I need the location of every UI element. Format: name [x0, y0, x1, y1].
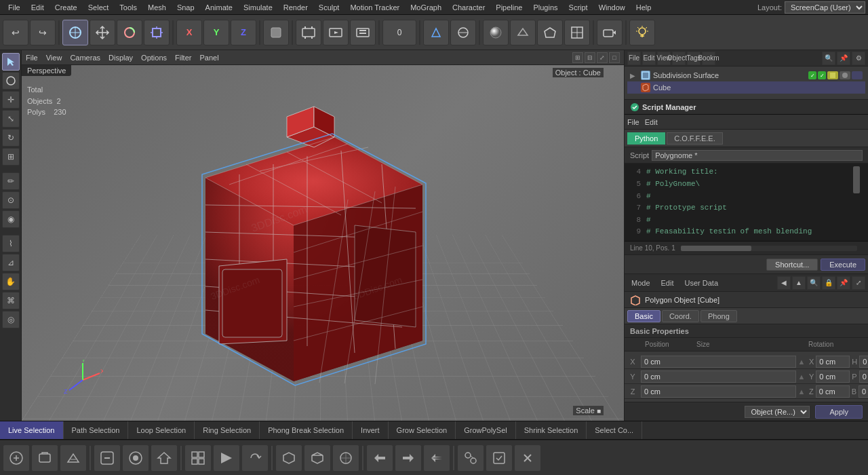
attr-nav-fwd[interactable]: ▲: [792, 276, 806, 290]
z-axis-button[interactable]: Z: [231, 20, 256, 45]
bot-btn-5[interactable]: [122, 444, 149, 472]
menu-sculpt[interactable]: Sculpt: [313, 2, 345, 13]
x-axis-button[interactable]: X: [176, 20, 202, 45]
menu-script[interactable]: Script: [564, 2, 593, 13]
attr-z-size-input[interactable]: [816, 385, 850, 398]
grab-tool[interactable]: ✋: [2, 273, 20, 290]
attr-mode-select[interactable]: Object (Re...): [745, 406, 810, 418]
viewport-3d[interactable]: Perspective Total Objects 2 Polys 230 Ob…: [22, 65, 624, 421]
attr-menu-edit[interactable]: Edit: [657, 278, 678, 288]
attr-tab-basic[interactable]: Basic: [627, 310, 660, 322]
rotate-button[interactable]: [117, 20, 142, 45]
attr-h-rot-input[interactable]: [859, 356, 868, 368]
perspective-view-btn[interactable]: [423, 20, 449, 45]
select-mode-button[interactable]: [62, 20, 88, 45]
attr-z-pos-input[interactable]: [641, 385, 796, 398]
top-view-btn[interactable]: [450, 20, 476, 45]
obj-row-subdivision[interactable]: ▶ Subdivision Surface ✓ ✓: [627, 69, 865, 81]
measure-tool[interactable]: ⊿: [2, 254, 20, 271]
viewport-menu-panel[interactable]: Panel: [199, 54, 218, 62]
tab-grow-selection[interactable]: Grow Selection: [389, 421, 456, 439]
attr-b-rot-input[interactable]: [859, 385, 868, 398]
attr-tab-phong[interactable]: Phong: [701, 310, 737, 322]
viewport-ctrl-2[interactable]: ⊟: [585, 52, 595, 63]
bot-btn-8[interactable]: [213, 444, 240, 472]
menu-snap[interactable]: Snap: [172, 2, 200, 13]
attr-search-btn[interactable]: 🔍: [807, 276, 821, 290]
bot-btn-15[interactable]: [423, 444, 450, 472]
code-scrollbar[interactable]: [853, 164, 860, 241]
select-tool[interactable]: [2, 53, 20, 71]
redo-button[interactable]: ↪: [30, 20, 56, 45]
obj-panel-edit[interactable]: Edit: [642, 52, 656, 65]
attr-menu-mode[interactable]: Mode: [627, 278, 654, 288]
magnet-tool[interactable]: ◉: [2, 210, 20, 228]
viewport-menu-cameras[interactable]: Cameras: [70, 54, 100, 62]
attr-x-pos-stepper[interactable]: ▲: [796, 358, 807, 366]
bot-btn-10[interactable]: [275, 444, 302, 472]
menu-create[interactable]: Create: [50, 2, 83, 13]
viewport-menu-display[interactable]: Display: [108, 54, 133, 62]
scrollbar-thumb[interactable]: [853, 166, 860, 193]
attr-nav-back[interactable]: ◀: [777, 276, 791, 290]
knife-tool[interactable]: ⌇: [2, 235, 20, 252]
bot-btn-7[interactable]: [184, 444, 212, 472]
bot-btn-1[interactable]: [3, 444, 30, 472]
object-mode-button[interactable]: [263, 20, 289, 45]
script-menu-file[interactable]: File: [627, 118, 639, 126]
viewport-menu-view[interactable]: View: [46, 54, 62, 62]
smooth-tool[interactable]: ⌘: [2, 292, 20, 309]
tab-path-selection[interactable]: Path Selection: [64, 421, 129, 439]
tab-loop-selection[interactable]: Loop Selection: [128, 421, 195, 439]
viewport-menu-filter[interactable]: Filter: [175, 54, 191, 62]
attr-x-pos-input[interactable]: [641, 356, 796, 368]
viewport-ctrl-4[interactable]: □: [609, 52, 620, 63]
script-menu-edit[interactable]: Edit: [645, 118, 658, 126]
viewport-ctrl-3[interactable]: ⤢: [597, 52, 608, 63]
wireframe-btn[interactable]: [510, 20, 536, 45]
obj-gear-btn[interactable]: ⚙: [852, 52, 865, 65]
obj-panel-bookmarks[interactable]: Bookm: [702, 52, 715, 65]
menu-help[interactable]: Help: [631, 2, 657, 13]
execute-button[interactable]: Execute: [821, 259, 865, 271]
bot-btn-11[interactable]: [304, 444, 331, 472]
render-icon-2[interactable]: [323, 20, 349, 45]
tab-invert[interactable]: Invert: [353, 421, 389, 439]
undo-button[interactable]: ↩: [3, 20, 28, 45]
scale-tool[interactable]: ⤡: [2, 110, 20, 128]
move-button[interactable]: [90, 20, 115, 45]
bot-btn-9[interactable]: [241, 444, 269, 472]
tab-ring-selection[interactable]: Ring Selection: [195, 421, 260, 439]
attr-z-pos-stepper[interactable]: ▲: [796, 387, 807, 396]
polygon-btn[interactable]: [537, 20, 563, 45]
attr-y-pos-input[interactable]: [641, 370, 796, 383]
transform-tool[interactable]: ⊞: [2, 148, 20, 166]
lang-tab-coffee[interactable]: C.O.F.F.E.E.: [667, 132, 723, 145]
bot-btn-13[interactable]: [366, 444, 393, 472]
brush-tool[interactable]: ⊙: [2, 191, 20, 209]
bot-btn-16[interactable]: [457, 444, 484, 472]
obj-search-btn[interactable]: 🔍: [822, 52, 835, 65]
attr-pin-btn[interactable]: 📌: [837, 276, 850, 290]
obj-panel-file[interactable]: File: [627, 52, 641, 65]
bot-btn-17[interactable]: [486, 444, 513, 472]
render-icon-1[interactable]: [296, 20, 321, 45]
bot-btn-18[interactable]: [514, 444, 541, 472]
viewport-menu-options[interactable]: Options: [141, 54, 167, 62]
obj-row-cube[interactable]: Cube: [627, 81, 865, 94]
attr-y-pos-stepper[interactable]: ▲: [796, 373, 807, 381]
grid-btn[interactable]: [564, 20, 590, 45]
viewport-ctrl-1[interactable]: ⊞: [572, 52, 583, 63]
tab-select-co[interactable]: Select Co...: [587, 421, 642, 439]
bot-btn-2[interactable]: [31, 444, 58, 472]
menu-plugins[interactable]: Plugins: [528, 2, 563, 13]
menu-edit[interactable]: Edit: [26, 2, 50, 13]
shading-btn[interactable]: [483, 20, 509, 45]
poly-pen-tool[interactable]: ✏: [2, 172, 20, 190]
obj-pin-btn[interactable]: 📌: [837, 52, 850, 65]
attr-tab-coord[interactable]: Coord.: [662, 310, 699, 322]
bot-btn-6[interactable]: [151, 444, 178, 472]
attr-menu-user-data[interactable]: User Data: [681, 278, 723, 288]
tab-live-selection[interactable]: Live Selection: [0, 421, 64, 439]
menu-tools[interactable]: Tools: [114, 2, 142, 13]
